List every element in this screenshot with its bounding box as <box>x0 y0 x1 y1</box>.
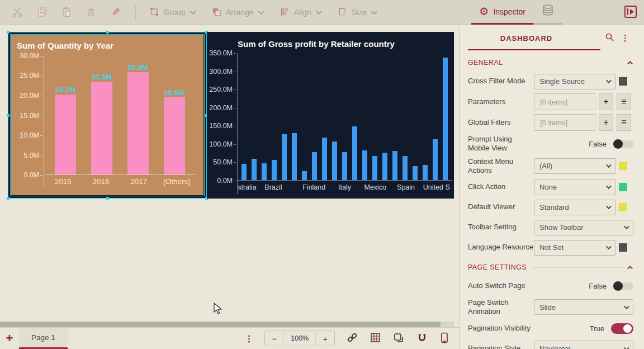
group-menu-label: Group <box>164 8 186 17</box>
collapse-panel-button[interactable] <box>624 5 637 20</box>
grid-lines-button[interactable] <box>364 328 387 349</box>
tab-inspector[interactable]: ⚙ Inspector <box>471 0 533 25</box>
link-button[interactable] <box>340 328 364 349</box>
resize-handle[interactable] <box>7 114 10 117</box>
snap-magnet-button[interactable] <box>410 328 434 349</box>
overlap-icon <box>393 332 404 345</box>
copy-icon <box>36 6 48 19</box>
paste-button[interactable] <box>57 4 76 21</box>
global-filters-list-button[interactable]: ≡ <box>617 114 631 131</box>
horizontal-scrollbar[interactable] <box>0 322 454 327</box>
grid-icon <box>370 332 381 345</box>
language-resource-dropdown[interactable]: Not Set <box>534 240 615 256</box>
chevron-down-icon <box>606 78 612 83</box>
click-action-dropdown[interactable]: None <box>534 180 615 195</box>
setting-pagination-visibility: Pagination Visibility True <box>468 320 633 337</box>
mobile-phone-icon <box>440 332 449 345</box>
binding-indicator[interactable] <box>619 243 627 252</box>
page-tab-label: Page 1 <box>31 333 55 342</box>
section-general[interactable]: GENERAL <box>468 59 633 67</box>
inspector-panel: DASHBOARD ⋮ GENERAL Cross Filter Mode Si… <box>460 25 644 349</box>
chevron-down-icon <box>624 224 629 229</box>
arrange-menu-label: Arrange <box>226 8 254 17</box>
collapse-section-icon[interactable] <box>627 265 633 271</box>
setting-default-viewer: Default Viewer Standard <box>468 199 633 215</box>
chart-plot-area: 30.0M25.0M20.0M15.0M10.0M5.0M0.0M20.2M23… <box>11 51 203 195</box>
collapse-section-icon[interactable] <box>627 60 633 66</box>
page-tab-1[interactable]: Page 1 <box>19 328 68 349</box>
setting-page-switch-animation: Page Switch Animation Slide <box>468 298 633 317</box>
pagination-style-dropdown[interactable]: Navigator <box>534 341 633 349</box>
binding-indicator[interactable] <box>619 77 627 86</box>
parameters-field[interactable]: [0 items] <box>534 93 595 110</box>
cross-filter-mode-dropdown[interactable]: Single Source <box>534 74 615 89</box>
size-icon <box>337 7 347 18</box>
pagination-visibility-toggle[interactable] <box>611 323 633 334</box>
add-global-filter-button[interactable]: + <box>599 114 613 131</box>
binding-indicator[interactable] <box>619 203 627 211</box>
page-bar: + Page 1 ⋮ − 100% + <box>0 327 460 349</box>
top-toolbar: Group Arrange Align Size ⚙ Insp <box>0 0 644 25</box>
toolbar-divider <box>135 5 136 20</box>
zoom-in-button[interactable]: + <box>316 331 334 346</box>
page-switch-animation-dropdown[interactable]: Slide <box>534 299 633 315</box>
widget-gross-profit-by-country[interactable]: Sum of Gross profit by Retailer country … <box>207 32 454 199</box>
resize-handle[interactable] <box>7 197 10 200</box>
copy-button[interactable] <box>32 4 51 21</box>
section-page-settings[interactable]: PAGE SETTINGS <box>468 263 633 271</box>
parameters-list-button[interactable]: ≡ <box>617 93 631 110</box>
setting-global-filters: Global Filters [0 items] + ≡ <box>468 114 633 131</box>
binding-indicator[interactable] <box>619 183 627 191</box>
arrange-menu[interactable]: Arrange <box>208 3 271 21</box>
global-filters-field[interactable]: [0 items] <box>534 114 595 131</box>
default-viewer-dropdown[interactable]: Standard <box>534 200 615 215</box>
chevron-down-icon <box>606 183 612 189</box>
chart-quantity-by-year[interactable]: Sum of Quantity by Year 30.0M25.0M20.0M1… <box>11 35 203 195</box>
chart-title: Sum of Gross profit by Retailer country <box>207 32 454 50</box>
chevron-down-icon <box>606 204 612 209</box>
arrange-icon <box>211 7 221 18</box>
context-menu-actions-dropdown[interactable]: (All) <box>534 158 615 174</box>
inspector-header: DASHBOARD ⋮ <box>468 25 633 51</box>
binding-indicator[interactable] <box>619 162 627 170</box>
magnet-icon <box>416 332 428 345</box>
scissors-icon <box>12 6 23 19</box>
overlap-button[interactable] <box>387 328 410 349</box>
group-menu[interactable]: Group <box>146 3 202 21</box>
chevron-down-icon <box>258 8 264 15</box>
inspector-options-kebab[interactable]: ⋮ <box>618 32 633 44</box>
resize-handle[interactable] <box>106 31 109 34</box>
auto-switch-page-toggle[interactable] <box>613 282 633 290</box>
setting-language-resource: Language Resource Not Set <box>468 239 633 256</box>
setting-pagination-style: Pagination Style Navigator <box>468 341 633 349</box>
format-painter-button[interactable] <box>106 4 125 21</box>
resize-handle[interactable] <box>106 197 109 200</box>
add-page-button[interactable]: + <box>0 328 19 349</box>
tab-data-sources[interactable] <box>533 0 562 25</box>
collapse-panel-icon <box>624 12 637 20</box>
size-menu[interactable]: Size <box>334 3 383 21</box>
zoom-level: 100% <box>283 331 316 346</box>
cut-button[interactable] <box>8 4 27 21</box>
search-button[interactable] <box>602 31 618 45</box>
add-parameter-button[interactable]: + <box>599 93 613 110</box>
zoom-out-button[interactable]: − <box>265 331 283 346</box>
size-menu-label: Size <box>352 8 367 17</box>
group-icon <box>149 7 159 18</box>
design-canvas[interactable]: Sum of Quantity by Year 30.0M25.0M20.0M1… <box>0 25 460 327</box>
chart-title: Sum of Quantity by Year <box>11 35 203 51</box>
toolbar-setting-dropdown[interactable]: Show Toolbar <box>534 220 633 235</box>
edit-tools: Group Arrange Align Size <box>0 0 383 25</box>
gear-icon: ⚙ <box>479 6 489 17</box>
resize-handle[interactable] <box>7 31 10 34</box>
page-bar-spacer <box>68 328 239 349</box>
page-options-kebab[interactable]: ⋮ <box>239 328 259 349</box>
prompt-mobile-view-toggle[interactable] <box>613 140 633 148</box>
scrollbar-thumb[interactable] <box>0 322 441 327</box>
align-menu[interactable]: Align <box>276 3 328 21</box>
chart-plot-area: 350.0M300.0M250.0M200.0M150.0M100.0M50.0… <box>207 50 454 199</box>
mobile-preview-button[interactable] <box>434 328 455 349</box>
widget-quantity-by-year[interactable]: Sum of Quantity by Year 30.0M25.0M20.0M1… <box>8 32 207 199</box>
delete-button[interactable] <box>82 4 101 21</box>
inspector-title: DASHBOARD <box>468 34 602 43</box>
